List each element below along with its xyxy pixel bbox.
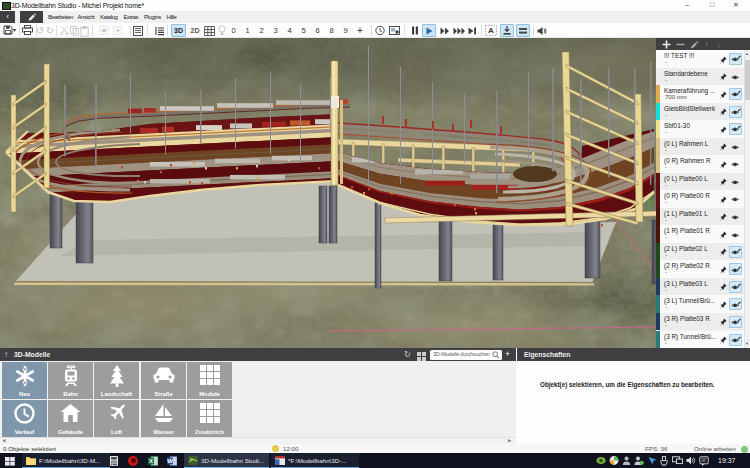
- svg-text:X: X: [149, 458, 153, 464]
- svg-text:A: A: [488, 26, 494, 35]
- svg-text:W: W: [167, 458, 173, 464]
